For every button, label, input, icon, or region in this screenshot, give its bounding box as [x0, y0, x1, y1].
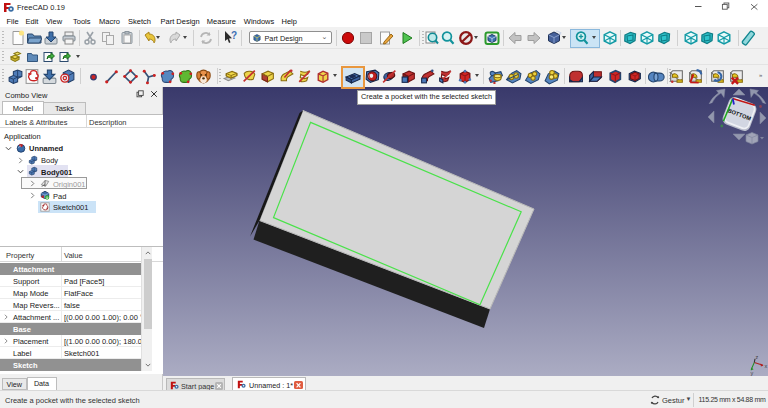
svg-text:z: z: [756, 354, 759, 360]
svg-text:x: x: [765, 363, 768, 369]
